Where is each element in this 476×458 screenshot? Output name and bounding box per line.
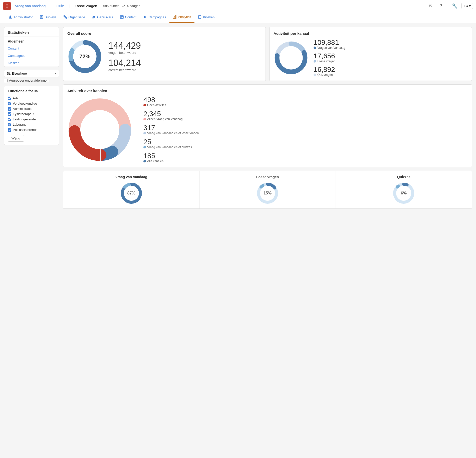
kanaal-item-1: 17,656 Losse vragen <box>314 53 345 63</box>
logo[interactable] <box>3 2 11 10</box>
kanaal-card: Activiteit per kanaal 109,881 <box>269 27 472 81</box>
kanalen-item-0: 498 Geen activiteit <box>143 96 199 107</box>
bottom-donut-1: 15% <box>256 182 279 204</box>
kanalen-card: Activiteit over kanalen <box>63 84 472 167</box>
svg-rect-17 <box>175 16 176 19</box>
svg-rect-9 <box>66 18 67 19</box>
svg-point-1 <box>7 6 8 7</box>
bottom-pct-2: 6% <box>401 191 407 195</box>
help-icon[interactable]: ? <box>437 2 445 10</box>
kanaal-donut <box>274 40 309 75</box>
svg-rect-4 <box>40 16 43 19</box>
svg-rect-15 <box>173 17 174 19</box>
overall-donut: 72% <box>67 39 102 74</box>
sidebar-link-campagnes[interactable]: Campagnes <box>4 52 59 59</box>
bottom-cell-0-title: Vraag van Vandaag <box>115 175 147 179</box>
kanalen-dot-4 <box>143 160 146 162</box>
kanalen-item-3: 25 Vraag van Vandaag en/of quizzes <box>143 138 199 149</box>
sidebar-link-content[interactable]: Content <box>4 45 59 52</box>
answered-label: vragen beantwoord <box>108 51 141 55</box>
top-nav-links: Vraag van Vandaag | Quiz | Losse vragen <box>15 4 97 8</box>
checkbox-poli[interactable]: Poli assisterende <box>8 127 55 132</box>
correct-num: 104,214 <box>108 59 141 68</box>
kanalen-dot-0 <box>143 104 146 106</box>
checkbox-arts[interactable]: Arts <box>8 96 55 101</box>
svg-point-3 <box>10 16 11 17</box>
user-menu[interactable]: FC ▾ <box>461 3 473 9</box>
sidebar-algemeen-label: Algemeen <box>4 37 59 45</box>
kanaal-item-2: 16,892 Quizvragen <box>314 66 345 77</box>
bottom-donut-2: 6% <box>392 182 415 204</box>
aggregeer-row[interactable]: Aggregeer onderafdelingen <box>4 77 59 83</box>
settings-icon[interactable]: 🔧 <box>451 2 458 10</box>
wijzig-button[interactable]: Wijzig <box>8 135 24 142</box>
kanalen-item-2: 317 Vraag van Vandaag en/of losse vragen <box>143 124 199 135</box>
sidebar-link-kiosken[interactable]: Kiosken <box>4 59 59 67</box>
top-nav-right: ✉ ? 🔧 FC ▾ <box>427 2 473 10</box>
correct-label: correct beantwoord <box>108 68 141 72</box>
kanalen-dot-3 <box>143 146 146 148</box>
checkbox-verpleegkundige[interactable]: Verpleegkundige <box>8 101 55 106</box>
checkbox-administratief[interactable]: Administratief <box>8 106 55 111</box>
top-nav-badges: 685 punten 🛡 4 badges <box>103 4 140 8</box>
organization-select[interactable]: St. Elsewhere <box>4 70 59 77</box>
chevron-down-icon: ▾ <box>469 4 471 8</box>
kanalen-donut <box>67 97 132 162</box>
nav-analytics[interactable]: Analytics <box>169 12 194 23</box>
nav-surveys[interactable]: Surveys <box>36 12 60 23</box>
bottom-pct-1: 15% <box>264 191 272 195</box>
kanaal-item-0: 109,881 Vragen van Vandaag <box>314 39 345 50</box>
nav-kiosken[interactable]: Kiosken <box>194 12 218 23</box>
kanalen-item-4: 185 Alle kanalen <box>143 152 199 163</box>
kanalen-dot-1 <box>143 118 146 120</box>
user-initials: FC <box>464 4 468 8</box>
top-nav-vraag[interactable]: Vraag van Vandaag <box>15 4 46 8</box>
kanaal-legend: 109,881 Vragen van Vandaag 17,656 Losse … <box>314 39 345 77</box>
bottom-pct-0: 87% <box>127 191 135 195</box>
nav-administrator[interactable]: Administrator <box>5 12 36 23</box>
aggregeer-checkbox[interactable] <box>4 79 8 82</box>
bottom-row: Vraag van Vandaag 87% Losse vragen <box>63 171 472 209</box>
nav-campagnes[interactable]: Campagnes <box>140 12 169 23</box>
overall-stats: 144,429 vragen beantwoord 104,214 correc… <box>108 41 141 72</box>
bottom-cell-2-title: Quizzes <box>397 175 410 179</box>
svg-rect-12 <box>120 16 123 19</box>
overall-title: Overall score <box>67 31 262 36</box>
sidebar: Statistieken Algemeen Content Campagnes … <box>4 27 59 454</box>
answered-num: 144,429 <box>108 41 141 50</box>
divider <box>448 3 448 9</box>
top-nav: Vraag van Vandaag | Quiz | Losse vragen … <box>0 0 476 12</box>
kanaal-inner: 109,881 Vragen van Vandaag 17,656 Losse … <box>274 39 468 77</box>
checkbox-laborant[interactable]: Laborant <box>8 122 55 127</box>
dot-0 <box>314 47 316 49</box>
badges-label: 4 badges <box>127 4 140 8</box>
kanalen-legend: 498 Geen activiteit 2,345 Alleen Vraag v… <box>138 96 199 163</box>
nav-gebruikers[interactable]: Gebruikers <box>89 12 117 23</box>
bottom-cell-1-title: Losse vragen <box>256 175 279 179</box>
mail-icon[interactable]: ✉ <box>427 2 434 10</box>
top-nav-losse[interactable]: Losse vragen <box>75 4 97 8</box>
dot-1 <box>314 60 316 63</box>
nav-organisatie[interactable]: Organisatie <box>60 12 89 23</box>
sidebar-stats-title: Statistieken <box>4 27 59 37</box>
top-nav-quiz[interactable]: Quiz <box>57 4 64 8</box>
svg-point-0 <box>7 4 8 5</box>
bottom-donut-0: 87% <box>120 182 143 204</box>
main-layout: Statistieken Algemeen Content Campagnes … <box>0 23 476 458</box>
svg-point-2 <box>7 7 8 8</box>
overall-pct: 72% <box>79 53 90 60</box>
kanalen-inner: 498 Geen activiteit 2,345 Alleen Vraag v… <box>67 96 468 163</box>
bottom-cell-2: Quizzes 6% <box>336 171 472 208</box>
aggregeer-label: Aggregeer onderafdelingen <box>9 79 49 82</box>
second-nav: Administrator Surveys Organisatie Gebrui… <box>0 12 476 23</box>
svg-point-11 <box>94 16 95 17</box>
svg-point-10 <box>93 16 94 17</box>
checkbox-fysiotherapeut[interactable]: Fysiotherapeut <box>8 111 55 117</box>
checkbox-leidinggevende[interactable]: Leidinggevende <box>8 117 55 122</box>
bottom-cell-0: Vraag van Vandaag 87% <box>63 171 199 208</box>
functional-focus-card: Functionele focus Arts Verpleegkundige A… <box>4 86 59 145</box>
kanaal-title: Activiteit per kanaal <box>274 31 468 36</box>
sidebar-select-wrap: St. Elsewhere Aggregeer onderafdelingen <box>4 70 59 83</box>
nav-content[interactable]: Content <box>117 12 140 23</box>
points-label: 685 punten <box>103 4 120 8</box>
